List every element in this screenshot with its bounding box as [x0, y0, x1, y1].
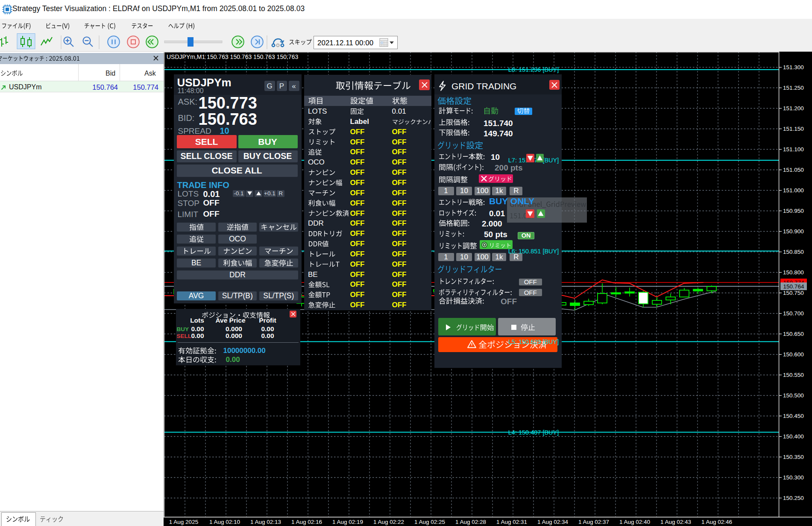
svg-text:1 Aug 2025: 1 Aug 2025	[169, 519, 198, 525]
svg-text:151.200: 151.200	[783, 105, 804, 112]
svg-text:150.764: 150.764	[783, 283, 804, 290]
svg-text:150.650: 150.650	[783, 331, 804, 337]
svg-text:150.400: 150.400	[783, 433, 804, 440]
svg-text:1 Aug 02:40: 1 Aug 02:40	[619, 519, 650, 525]
svg-text:1 Aug 02:13: 1 Aug 02:13	[250, 519, 281, 525]
svg-text:151.150: 151.150	[783, 126, 804, 132]
svg-text:1 Aug 02:10: 1 Aug 02:10	[209, 519, 240, 525]
svg-text:150.250: 150.250	[783, 495, 804, 501]
svg-text:150.774: 150.774	[783, 279, 804, 286]
svg-text:1 Aug 02:28: 1 Aug 02:28	[455, 519, 486, 525]
svg-text:151.250: 151.250	[783, 85, 804, 91]
svg-text:151.050: 151.050	[783, 167, 804, 173]
svg-text:150.950: 150.950	[783, 208, 804, 214]
svg-text:150.850: 150.850	[783, 249, 804, 255]
svg-text:150.550: 150.550	[783, 372, 804, 378]
svg-text:1 Aug 02:37: 1 Aug 02:37	[578, 519, 609, 525]
svg-text:150.750: 150.750	[783, 290, 804, 296]
svg-text:1 Aug 02:22: 1 Aug 02:22	[373, 519, 404, 525]
svg-text:150.800: 150.800	[783, 269, 804, 276]
svg-text:151.000: 151.000	[783, 187, 804, 194]
svg-text:1 Aug 02:19: 1 Aug 02:19	[332, 519, 363, 525]
svg-text:150.900: 150.900	[783, 228, 804, 235]
svg-text:150.700: 150.700	[783, 310, 804, 317]
svg-text:150.500: 150.500	[783, 392, 804, 399]
svg-text:150.300: 150.300	[783, 474, 804, 481]
svg-text:150.350: 150.350	[783, 454, 804, 460]
svg-text:1 Aug 02:16: 1 Aug 02:16	[291, 519, 322, 525]
svg-text:150.450: 150.450	[783, 413, 804, 419]
svg-text:USDJPYm,M1 150.763 150.763 15: USDJPYm,M1 150.763 150.763 150.763 150.7…	[167, 53, 298, 60]
svg-text:151.100: 151.100	[783, 146, 804, 153]
svg-text:1 Aug 02:43: 1 Aug 02:43	[660, 519, 691, 525]
svg-text:1 Aug 02:25: 1 Aug 02:25	[414, 519, 445, 525]
svg-text:1 Aug 02:46: 1 Aug 02:46	[701, 519, 732, 525]
svg-text:150.600: 150.600	[783, 351, 804, 358]
svg-text:1 Aug 02:31: 1 Aug 02:31	[496, 519, 527, 525]
svg-text:1 Aug 02:34: 1 Aug 02:34	[537, 519, 569, 525]
svg-text:151.300: 151.300	[783, 64, 804, 71]
